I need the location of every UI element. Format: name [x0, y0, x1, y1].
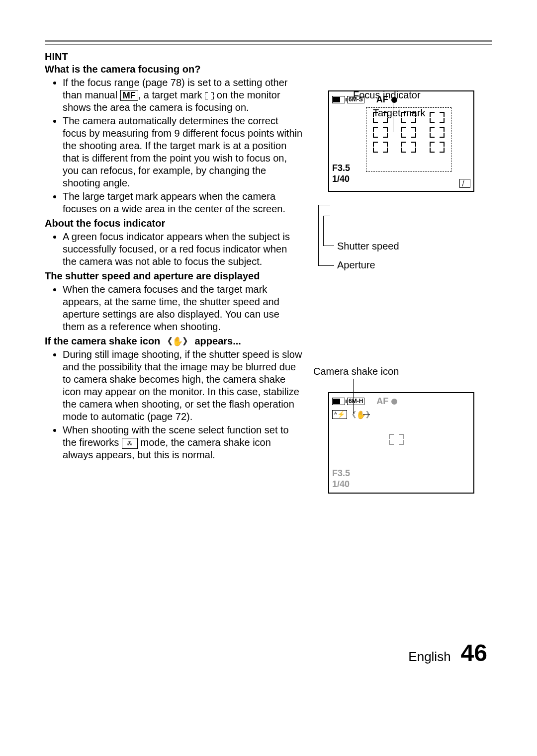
language-label: English — [408, 649, 450, 665]
shutter-value: 1/40 — [332, 174, 350, 184]
focus-point-icon — [401, 127, 416, 138]
target-mark-icon — [205, 92, 214, 99]
hint-heading: HINT — [45, 51, 303, 63]
focus-point-icon — [430, 142, 445, 153]
camera-shake-icon: 《✋》 — [348, 410, 374, 420]
shutter-speed-label: Shutter speed — [337, 241, 399, 252]
bullet-item: The camera automatically determines the … — [63, 115, 303, 189]
battery-icon — [332, 398, 345, 405]
camera-screen-1: 6M-S AF — [328, 90, 474, 192]
section-heading-3: The shutter speed and aperture are displ… — [45, 270, 303, 282]
bullet-item: If the focus range (page 78) is set to a… — [63, 77, 303, 114]
aperture-label: Aperture — [337, 259, 375, 271]
flash-auto-icon: ᴬ⚡ — [332, 410, 347, 419]
top-dividers — [45, 40, 492, 45]
focus-point-icon — [430, 127, 445, 138]
af-dot-icon — [391, 97, 397, 103]
focus-point-icon — [401, 142, 416, 153]
camera-shake-icon: 《✋》 — [163, 336, 192, 347]
battery-icon — [332, 96, 345, 103]
bullet-list-3: When the camera focuses and the target m… — [45, 283, 303, 333]
page-footer: English 46 — [408, 639, 487, 667]
section-heading-2: About the focus indicator — [45, 217, 303, 230]
shutter-value: 1/40 — [332, 479, 350, 490]
text-column: HINT What is the camera focusing on? If … — [45, 51, 303, 494]
focus-point-icon — [389, 434, 404, 445]
resolution-badge: 6M-H — [347, 398, 364, 405]
shake-diagram: Camera shake icon 6M-H AF ᴬ⚡ 《✋》 F3.5 1/… — [313, 366, 492, 494]
content-columns: HINT What is the camera focusing on? If … — [45, 51, 492, 494]
af-dot-icon — [391, 399, 397, 405]
camera-screen-2: 6M-H AF ᴬ⚡ 《✋》 F3.5 1/40 — [328, 392, 474, 494]
focus-points-grid — [366, 107, 451, 172]
manual-page: HINT What is the camera focusing on? If … — [0, 0, 537, 756]
screen-topbar: 6M-S AF — [332, 94, 397, 105]
focus-diagram: Focus indicator Target mark 6M-S AF — [313, 90, 492, 192]
bullet-list-4: During still image shooting, if the shut… — [45, 348, 303, 461]
card-icon — [459, 179, 470, 188]
section-heading-4: If the camera shake icon 《✋》 appears... — [45, 335, 303, 347]
bullet-item: A green focus indicator appears when the… — [63, 231, 303, 268]
aperture-value: F3.5 — [332, 163, 350, 173]
bullet-list-1: If the focus range (page 78) is set to a… — [45, 77, 303, 215]
af-label: AF — [376, 396, 388, 407]
focus-point-icon — [430, 112, 445, 123]
fireworks-icon: ⁂ — [122, 438, 138, 449]
bullet-item: When shooting with the scene select func… — [63, 424, 303, 461]
focus-point-icon — [401, 112, 416, 123]
mf-icon: MF — [120, 90, 138, 101]
diagram-column: Focus indicator Target mark 6M-S AF — [313, 51, 492, 494]
bullet-item: When the camera focuses and the target m… — [63, 283, 303, 333]
af-label: AF — [376, 94, 388, 105]
section-heading-1: What is the camera focusing on? — [45, 63, 303, 76]
page-number: 46 — [461, 639, 487, 667]
screen-topbar: 6M-H AF — [332, 396, 397, 407]
focus-point-icon — [373, 127, 388, 138]
camera-shake-label: Camera shake icon — [313, 366, 492, 377]
bullet-item: The large target mark appears when the c… — [63, 190, 303, 215]
aperture-value: F3.5 — [332, 468, 350, 479]
bullet-list-2: A green focus indicator appears when the… — [45, 231, 303, 268]
resolution-badge: 6M-S — [347, 96, 364, 103]
bullet-item: During still image shooting, if the shut… — [63, 348, 303, 423]
focus-point-icon — [373, 112, 388, 123]
focus-point-icon — [373, 142, 388, 153]
